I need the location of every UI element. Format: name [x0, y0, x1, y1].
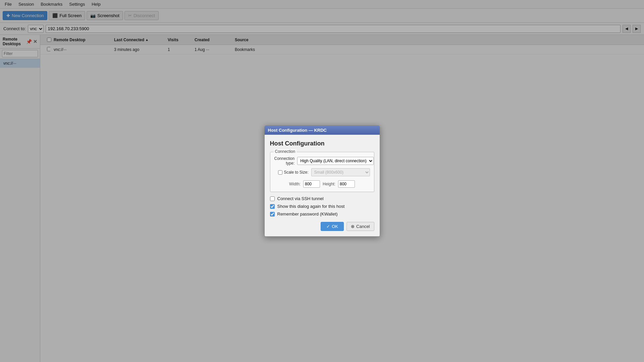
ssh-tunnel-label: Connect via SSH tunnel: [277, 196, 324, 201]
dialog-titlebar: Host Configuration — KRDC: [265, 126, 380, 135]
scale-size-select[interactable]: Small (800x600) Medium (1024x768) Large …: [311, 168, 370, 176]
width-label: Width:: [289, 182, 301, 186]
dialog-titlebar-text: Host Configuration — KRDC: [268, 128, 327, 133]
ssh-tunnel-row: Connect via SSH tunnel: [270, 196, 374, 201]
dimensions-row: Width: Height:: [274, 179, 370, 188]
scale-to-size-row: Scale to Size: Small (800x600) Medium (1…: [274, 168, 370, 176]
show-dialog-checkbox[interactable]: [270, 204, 275, 209]
ok-check-icon: ✓: [326, 224, 330, 229]
dialog-body: Host Configuration Connection Connection…: [265, 135, 380, 236]
scale-label: Scale to Size:: [274, 170, 311, 175]
modal-overlay: Host Configuration — KRDC Host Configura…: [0, 0, 644, 362]
dialog-title: Host Configuration: [270, 140, 374, 147]
connection-type-row: Connection type: High Quality (LAN, dire…: [274, 156, 370, 166]
connection-type-select[interactable]: High Quality (LAN, direct connection) Me…: [297, 157, 374, 165]
show-dialog-row: Show this dialog again for this host: [270, 204, 374, 209]
ok-button[interactable]: ✓ OK: [321, 222, 344, 231]
remember-password-label: Remember password (KWallet): [277, 212, 338, 217]
remember-password-row: Remember password (KWallet): [270, 212, 374, 217]
ssh-tunnel-checkbox[interactable]: [270, 196, 275, 201]
connection-type-label: Connection type:: [274, 156, 298, 166]
height-input[interactable]: [338, 180, 355, 188]
connection-section-label: Connection: [274, 149, 297, 154]
connection-section: Connection Connection type: High Quality…: [270, 152, 374, 192]
dialog-footer: ✓ OK ⊗ Cancel: [270, 219, 374, 231]
width-input[interactable]: [303, 180, 320, 188]
show-dialog-label: Show this dialog again for this host: [277, 204, 345, 209]
cancel-icon: ⊗: [351, 224, 355, 229]
remember-password-checkbox[interactable]: [270, 212, 275, 217]
cancel-button[interactable]: ⊗ Cancel: [346, 222, 374, 231]
host-config-dialog: Host Configuration — KRDC Host Configura…: [264, 125, 380, 237]
height-label: Height:: [323, 182, 335, 186]
scale-to-size-checkbox[interactable]: [278, 170, 282, 175]
